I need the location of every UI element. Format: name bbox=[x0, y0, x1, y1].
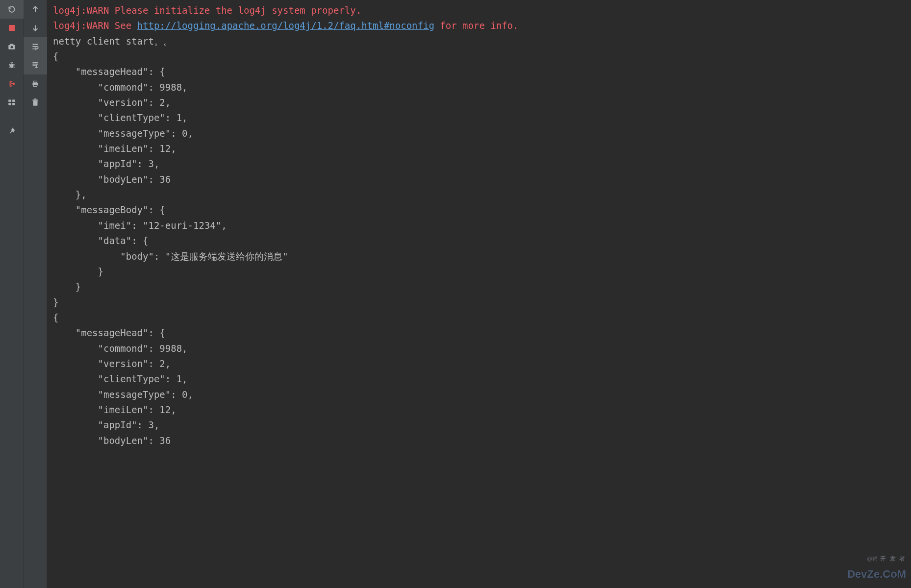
svg-point-3 bbox=[10, 64, 14, 68]
svg-rect-6 bbox=[8, 103, 11, 105]
log-line: "commond": 9988, bbox=[53, 341, 905, 356]
svg-rect-4 bbox=[8, 99, 11, 102]
run-toolbar-left bbox=[0, 0, 24, 588]
camera-button[interactable] bbox=[0, 37, 24, 56]
log-line: "version": 2, bbox=[53, 356, 905, 371]
pin-button[interactable] bbox=[0, 122, 24, 140]
log-line: "appId": 3, bbox=[53, 417, 905, 433]
log-line: "bodyLen": 36 bbox=[53, 172, 905, 187]
svg-rect-1 bbox=[10, 44, 14, 45]
log-line: "clientType": 1, bbox=[53, 110, 905, 125]
watermark: @稀 开 发 者 DevZe.CoM bbox=[847, 550, 906, 583]
up-button[interactable] bbox=[24, 0, 47, 19]
log-line: "imeiLen": 12, bbox=[53, 141, 905, 156]
console-output[interactable]: log4j:WARN Please initialize the log4j s… bbox=[47, 0, 911, 588]
log-line: } bbox=[53, 295, 905, 310]
run-toolbar-secondary bbox=[24, 0, 47, 588]
svg-rect-9 bbox=[34, 81, 37, 82]
log-line: "appId": 3, bbox=[53, 156, 905, 172]
log-link[interactable]: http://logging.apache.org/log4j/1.2/faq.… bbox=[137, 20, 434, 31]
stop-button[interactable] bbox=[0, 19, 24, 37]
log-line: } bbox=[53, 264, 905, 279]
log-line: netty client start。。 bbox=[53, 34, 905, 49]
log-line: "commond": 9988, bbox=[53, 80, 905, 95]
log-line: "imeiLen": 12, bbox=[53, 402, 905, 417]
log-line: "imei": "12-euri-1234", bbox=[53, 218, 905, 233]
scroll-to-end-button[interactable] bbox=[24, 56, 47, 74]
log-line: "bodyLen": 36 bbox=[53, 433, 905, 448]
soft-wrap-button[interactable] bbox=[24, 37, 47, 56]
log-line: "messageType": 0, bbox=[53, 387, 905, 402]
rerun-button[interactable] bbox=[0, 0, 24, 19]
layout-button[interactable] bbox=[0, 93, 24, 112]
exit-button[interactable] bbox=[0, 74, 24, 93]
stop-icon bbox=[9, 25, 15, 31]
log-line: "messageBody": { bbox=[53, 202, 905, 218]
log-line: "messageHead": { bbox=[53, 64, 905, 79]
log-line: "messageType": 0, bbox=[53, 126, 905, 141]
svg-rect-7 bbox=[12, 103, 15, 105]
log-line: "body": "这是服务端发送给你的消息" bbox=[53, 249, 905, 264]
svg-point-2 bbox=[11, 46, 13, 49]
log-warn-line: log4j:WARN See http://logging.apache.org… bbox=[53, 18, 905, 33]
log-warn-line: log4j:WARN Please initialize the log4j s… bbox=[53, 3, 905, 18]
log-line: { bbox=[53, 310, 905, 325]
debug-button[interactable] bbox=[0, 56, 24, 74]
svg-rect-10 bbox=[34, 85, 37, 86]
log-line: } bbox=[53, 279, 905, 294]
print-button[interactable] bbox=[24, 74, 47, 93]
svg-rect-5 bbox=[12, 99, 15, 102]
trash-button[interactable] bbox=[24, 93, 47, 112]
svg-rect-13 bbox=[34, 98, 37, 99]
down-button[interactable] bbox=[24, 19, 47, 37]
log-line: }, bbox=[53, 187, 905, 202]
log-line: "version": 2, bbox=[53, 95, 905, 110]
log-line: "clientType": 1, bbox=[53, 371, 905, 387]
log-line: "messageHead": { bbox=[53, 325, 905, 341]
svg-rect-12 bbox=[32, 99, 38, 100]
svg-rect-11 bbox=[33, 101, 38, 106]
log-line: { bbox=[53, 49, 905, 64]
log-line: "data": { bbox=[53, 233, 905, 248]
